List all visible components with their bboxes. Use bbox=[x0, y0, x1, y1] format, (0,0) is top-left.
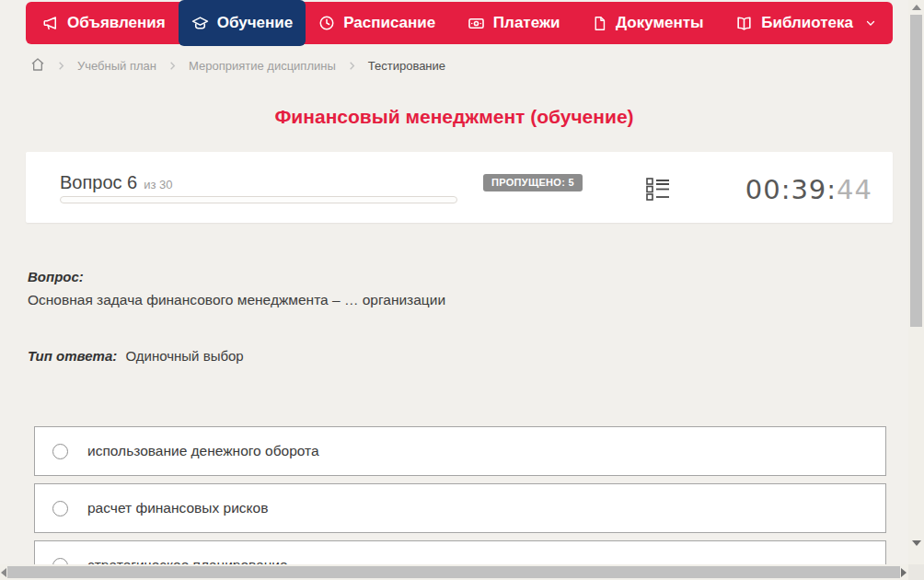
quiz-progress-bar bbox=[60, 196, 457, 203]
vertical-scrollbar[interactable] bbox=[908, 0, 924, 564]
question-total: из 30 bbox=[144, 178, 172, 191]
question-number: Вопрос 6из 30 bbox=[60, 172, 173, 193]
question-text: Основная задача финансового менеджмента … bbox=[28, 292, 445, 308]
chevron-right-icon bbox=[56, 61, 66, 71]
nav-item-learning[interactable]: Обучение bbox=[179, 0, 306, 46]
nav-item-label: Расписание bbox=[343, 14, 435, 32]
timer-seconds: 44 bbox=[837, 174, 872, 205]
answer-option-label: использование денежного оборота bbox=[87, 443, 319, 459]
question-label: Вопрос: bbox=[28, 269, 84, 284]
question-list-button[interactable] bbox=[644, 177, 672, 204]
nav-item-announcements[interactable]: Объявления bbox=[29, 2, 179, 44]
breadcrumb: Учебный план Мероприятие дисциплины Тест… bbox=[30, 57, 445, 75]
chevron-right-icon bbox=[167, 61, 178, 71]
home-icon[interactable] bbox=[30, 57, 45, 75]
answer-type-value: Одиночный выбор bbox=[125, 348, 243, 364]
quiz-timer: 00:39:44 bbox=[745, 174, 872, 205]
quiz-header-card: Вопрос 6из 30 ПРОПУЩЕНО: 5 00:39:44 bbox=[26, 152, 893, 223]
open-book-icon bbox=[735, 15, 753, 32]
answer-type-label: Тип ответа: bbox=[28, 348, 117, 364]
nav-item-label: Объявления bbox=[67, 14, 166, 32]
app-viewport: Объявления Обучение Расписание bbox=[0, 0, 924, 580]
document-icon bbox=[592, 16, 607, 31]
nav-item-label: Документы bbox=[616, 14, 704, 32]
breadcrumb-item-discipline-event[interactable]: Мероприятие дисциплины bbox=[189, 59, 336, 73]
skipped-badge: ПРОПУЩЕНО: 5 bbox=[483, 174, 583, 191]
nav-item-schedule[interactable]: Расписание bbox=[306, 2, 448, 44]
scroll-left-arrow-icon[interactable] bbox=[1, 568, 6, 577]
timer-main: 00:39: bbox=[745, 174, 837, 205]
nav-item-library[interactable]: Библиотека bbox=[722, 2, 889, 44]
scroll-up-arrow-icon[interactable] bbox=[912, 5, 921, 10]
nav-item-payments[interactable]: Платежи bbox=[455, 2, 573, 44]
list-icon bbox=[645, 176, 671, 205]
breadcrumb-item-curriculum[interactable]: Учебный план bbox=[77, 59, 156, 73]
top-navbar: Объявления Обучение Расписание bbox=[26, 2, 893, 44]
chevron-down-icon bbox=[865, 17, 876, 29]
answer-option[interactable]: использование денежного оборота bbox=[34, 426, 886, 476]
nav-item-documents[interactable]: Документы bbox=[579, 2, 717, 44]
nav-item-label: Обучение bbox=[217, 14, 293, 32]
horizontal-scrollbar-thumb[interactable] bbox=[7, 566, 900, 578]
banknote-icon bbox=[468, 15, 485, 32]
horizontal-scrollbar[interactable] bbox=[0, 564, 908, 580]
graduation-cap-icon bbox=[191, 15, 209, 32]
chevron-right-icon bbox=[347, 61, 357, 71]
answer-option-label: расчет финансовых рисков bbox=[87, 500, 268, 516]
breadcrumb-item-testing: Тестирование bbox=[368, 59, 445, 73]
megaphone-icon bbox=[42, 15, 59, 31]
answer-option[interactable]: расчет финансовых рисков bbox=[34, 483, 886, 533]
radio-button-icon[interactable] bbox=[52, 501, 68, 516]
nav-item-label: Библиотека bbox=[761, 14, 853, 32]
nav-item-label: Платежи bbox=[493, 14, 560, 32]
scroll-down-arrow-icon[interactable] bbox=[912, 540, 921, 546]
radio-button-icon[interactable] bbox=[52, 444, 68, 459]
clock-icon bbox=[318, 15, 335, 31]
scroll-right-arrow-icon[interactable] bbox=[901, 568, 907, 577]
scrollbar-corner bbox=[908, 564, 924, 580]
vertical-scrollbar-thumb[interactable] bbox=[910, 15, 922, 327]
page-title: Финансовый менеджмент (обучение) bbox=[0, 106, 908, 128]
question-number-label: Вопрос 6 bbox=[60, 172, 137, 192]
answer-type-row: Тип ответа: Одиночный выбор bbox=[28, 348, 244, 364]
